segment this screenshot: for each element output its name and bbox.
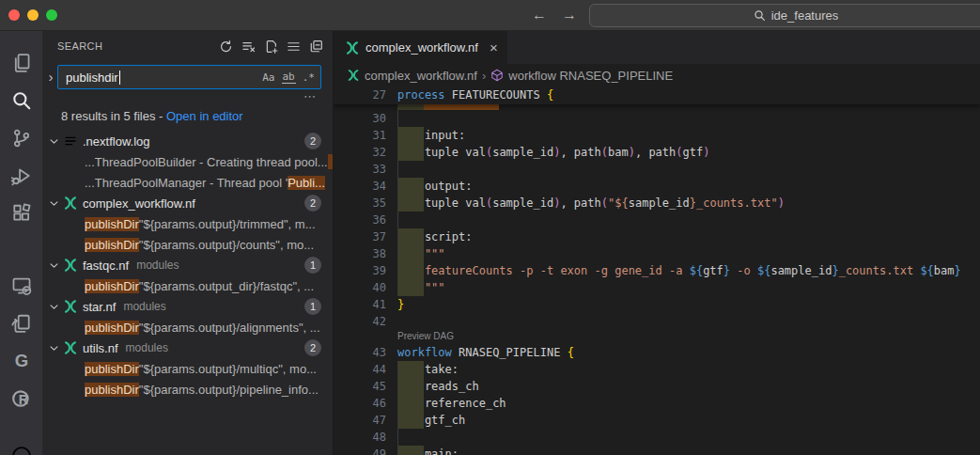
match-highlight: Publi... <box>288 176 325 190</box>
more-search-options[interactable]: ⋯ <box>303 90 318 103</box>
code-line[interactable]: 35 tuple val(sample_id), path("${sample_… <box>334 195 980 212</box>
match-result-row[interactable]: publishDir "${params.output}/pipeline_in… <box>42 379 333 400</box>
search-sidebar: SEARCH › publishdir Aa ab .* ⋯ 8 result <box>42 31 334 455</box>
match-result-row[interactable]: ...ThreadPoolManager - Thread pool 'Publ… <box>42 172 333 193</box>
code-line[interactable]: 32 tuple val(sample_id), path(bam), path… <box>334 144 980 161</box>
match-highlight: publishDir <box>85 217 139 231</box>
tab-label: complex_workflow.nf <box>366 40 478 55</box>
search-icon[interactable] <box>0 82 42 119</box>
line-number: 27 <box>334 86 397 104</box>
titlebar: ← → ide_features <box>0 0 980 31</box>
ide-window: ← → ide_features GR SEARCH › publishdir … <box>0 0 980 455</box>
file-result-row[interactable]: star.nfmodules1 <box>42 296 333 317</box>
code-line[interactable]: 38 """ <box>334 245 980 262</box>
chevron-down-icon[interactable] <box>46 343 61 353</box>
line-number: 45 <box>334 378 397 395</box>
code-line[interactable]: 33 <box>334 161 980 178</box>
collapse-all-icon[interactable] <box>309 39 323 54</box>
code-line[interactable]: 40 """ <box>334 279 980 296</box>
r-language-icon[interactable]: R <box>0 380 42 417</box>
chevron-down-icon[interactable] <box>46 302 61 312</box>
references-icon[interactable] <box>0 305 42 342</box>
match-result-row[interactable]: publishDir "${params.output}/alignments"… <box>42 317 333 337</box>
file-result-row[interactable]: complex_workflow.nf2 <box>42 193 333 213</box>
run-debug-icon[interactable] <box>0 157 42 195</box>
code-line[interactable]: 30 <box>334 110 980 127</box>
new-search-editor-icon[interactable] <box>264 39 278 54</box>
chevron-down-icon[interactable] <box>46 136 61 147</box>
panel-actions <box>219 39 323 54</box>
toggle-replace-chevron-icon[interactable]: › <box>44 70 57 85</box>
code-line[interactable]: 49 main: <box>334 446 980 455</box>
whole-word-toggle[interactable]: ab <box>282 71 296 84</box>
nextflow-file-icon <box>63 196 78 211</box>
match-result-row[interactable]: publishDir "${params.output}/counts", mo… <box>42 234 333 255</box>
match-result-row[interactable]: publishDir "${params.output_dir}/fastqc"… <box>42 275 333 296</box>
code-line[interactable]: 31 input: <box>334 127 980 144</box>
gitlens-icon[interactable]: G <box>0 342 42 380</box>
code-line[interactable]: 45 reads_ch <box>334 378 980 395</box>
match-count-badge: 1 <box>304 298 321 315</box>
open-in-editor-link[interactable]: Open in editor <box>166 109 243 123</box>
chevron-down-icon[interactable] <box>46 260 61 271</box>
file-result-row[interactable]: fastqc.nfmodules1 <box>42 255 333 275</box>
regex-toggle[interactable]: .* <box>303 71 315 84</box>
explorer-icon[interactable] <box>0 44 42 82</box>
command-center-search[interactable]: ide_features <box>589 4 980 27</box>
account-icon[interactable] <box>11 442 32 455</box>
code-line[interactable]: 36 <box>334 212 980 228</box>
code-editor[interactable]: 27process FEATURECOUNTS { 3031 input:32 … <box>334 86 980 455</box>
file-result-row[interactable]: .nextflow.log2 <box>42 131 333 151</box>
code-line[interactable]: 39 featureCounts -p -t exon -g gene_id -… <box>334 262 980 279</box>
code-line[interactable]: 34 output: <box>334 178 980 195</box>
back-button[interactable]: ← <box>532 7 547 24</box>
code-line[interactable]: 44 take: <box>334 361 980 378</box>
code-line[interactable]: 37 script: <box>334 228 980 245</box>
tab-complex-workflow[interactable]: complex_workflow.nf × <box>334 31 508 64</box>
breadcrumb-file[interactable]: complex_workflow.nf <box>365 69 477 83</box>
match-result-row[interactable]: ...ThreadPoolBuilder - Creating thread p… <box>42 151 333 172</box>
text-caret <box>119 71 120 85</box>
search-input[interactable]: publishdir Aa ab .* <box>57 65 321 89</box>
extensions-icon[interactable] <box>0 195 42 232</box>
match-count-badge: 1 <box>304 257 321 274</box>
zoom-window-button[interactable] <box>46 9 57 21</box>
clear-results-icon[interactable] <box>241 39 256 54</box>
nextflow-file-icon <box>63 258 78 273</box>
activity-bar: GR <box>0 31 42 455</box>
nextflow-file-icon <box>347 69 360 82</box>
match-highlight: publishDir <box>85 238 139 252</box>
code-line[interactable]: 46 reference_ch <box>334 395 980 412</box>
code-line[interactable]: 42 <box>334 313 980 330</box>
file-result-row[interactable]: utils.nfmodules2 <box>42 337 333 358</box>
file-name: complex_workflow.nf <box>83 196 195 211</box>
match-highlight: publishDir <box>85 321 139 335</box>
line-number: 37 <box>334 228 397 245</box>
match-highlight: publishDir <box>85 362 139 376</box>
sticky-scroll-line[interactable]: 27process FEATURECOUNTS { <box>334 86 980 104</box>
match-result-row[interactable]: publishDir "${params.output}/multiqc", m… <box>42 358 333 379</box>
line-number: 49 <box>334 446 397 455</box>
results-summary: 8 results in 5 files - Open in editor <box>42 103 333 131</box>
source-control-icon[interactable] <box>0 119 42 157</box>
match-result-row[interactable]: publishDir "${params.output}/trimmed", m… <box>42 213 333 234</box>
refresh-icon[interactable] <box>219 39 233 54</box>
code-line[interactable]: 47 gtf_ch <box>334 412 980 429</box>
view-as-list-icon[interactable] <box>287 39 301 54</box>
codelens-preview-dag[interactable]: Preview DAG <box>334 330 980 344</box>
minimize-window-button[interactable] <box>27 9 39 21</box>
file-name: .nextflow.log <box>83 134 150 149</box>
remote-explorer-icon[interactable] <box>0 267 42 305</box>
match-case-toggle[interactable]: Aa <box>262 71 274 84</box>
chevron-down-icon[interactable] <box>46 198 61 209</box>
code-line[interactable]: 48 <box>334 429 980 446</box>
code-line[interactable]: 43workflow RNASEQ_PIPELINE { <box>334 344 980 361</box>
close-tab-icon[interactable]: × <box>490 39 498 55</box>
forward-button[interactable]: → <box>562 7 577 24</box>
close-window-button[interactable] <box>8 9 20 21</box>
tab-bar: complex_workflow.nf × <box>334 31 980 64</box>
line-number: 33 <box>334 161 397 178</box>
code-line[interactable]: 41} <box>334 296 980 313</box>
breadcrumb-symbol[interactable]: workflow RNASEQ_PIPELINE <box>508 69 673 83</box>
line-number: 43 <box>334 344 397 361</box>
